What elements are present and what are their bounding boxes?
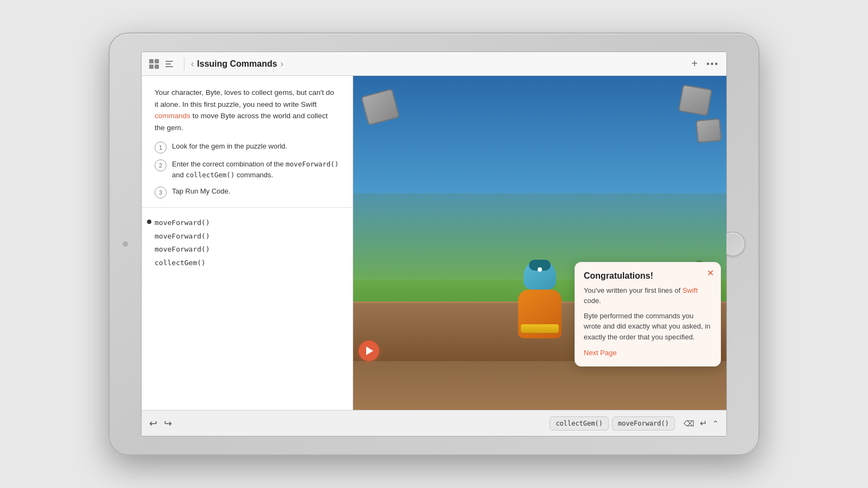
congrats-text-pre: You've written your first lines of (584, 286, 682, 294)
toolbar-navigation: ‹ Issuing Commands › (191, 59, 283, 69)
collect-gem-button[interactable]: collectGem() (550, 416, 609, 431)
left-panel: Your character, Byte, loves to collect g… (142, 76, 353, 410)
congratulations-popup: Congratulations! You've written your fir… (575, 262, 721, 367)
swift-commands-highlight: commands (155, 112, 190, 120)
content-area: Your character, Byte, loves to collect g… (142, 76, 726, 410)
nav-forward-button[interactable]: › (280, 59, 283, 69)
undo-redo-controls: ↩ ↪ (149, 418, 172, 429)
keyboard-controls: ⌫ ↵ ⌃ (684, 418, 719, 428)
steps-list: 1 Look for the gem in the puzzle world. … (155, 141, 340, 198)
game-scene: Congratulations! You've written your fir… (353, 76, 726, 410)
congrats-swift-word: Swift (682, 286, 698, 294)
char-belt (521, 324, 559, 333)
char-body (518, 290, 561, 338)
congrats-title: Congratulations! (584, 271, 712, 281)
step-item-2: 2 Enter the correct combination of the m… (155, 159, 340, 181)
bottom-toolbar: ↩ ↪ collectGem() moveForward() ⌫ ↵ ⌃ (142, 410, 726, 436)
char-visor (529, 260, 551, 271)
water-background (353, 76, 726, 193)
grid-view-icon[interactable] (149, 59, 159, 69)
undo-button[interactable]: ↩ (149, 418, 157, 429)
char-head (524, 260, 556, 290)
step-number-1: 1 (155, 142, 167, 153)
code-editor[interactable]: moveForward() moveForward() moveForward(… (142, 208, 353, 410)
instructions-body: Your character, Byte, loves to collect g… (155, 87, 340, 133)
instructions-section: Your character, Byte, loves to collect g… (142, 76, 353, 208)
code-line-4: collectGem() (155, 256, 340, 270)
keyword-buttons: collectGem() moveForward() (550, 416, 675, 431)
game-panel: Congratulations! You've written your fir… (353, 76, 726, 410)
congrats-text-post: code. (584, 297, 601, 305)
page-title: Issuing Commands (197, 59, 277, 69)
step-item-1: 1 Look for the gem in the puzzle world. (155, 141, 340, 153)
code-moveforward: moveForward() (286, 160, 339, 168)
list-view-icon[interactable] (165, 61, 173, 67)
code-bullet (147, 220, 151, 224)
toolbar: ‹ Issuing Commands › + ••• (142, 52, 726, 76)
step-number-3: 3 (155, 187, 167, 198)
return-key-button[interactable]: ↵ (700, 418, 707, 428)
next-page-link[interactable]: Next Page (584, 349, 617, 357)
congrats-line1: You've written your first lines of Swift… (584, 285, 712, 306)
step-text-2: Enter the correct combination of the mov… (172, 159, 340, 181)
code-line-2: moveForward() (155, 230, 340, 243)
ipad-screen: ‹ Issuing Commands › + ••• Your characte… (141, 52, 727, 436)
delete-key-button[interactable]: ⌫ (684, 419, 694, 428)
redo-button[interactable]: ↪ (164, 418, 172, 429)
code-line-3: moveForward() (155, 243, 340, 256)
keyboard-hide-button[interactable]: ⌃ (712, 419, 719, 428)
ipad-shell: ‹ Issuing Commands › + ••• Your characte… (108, 33, 760, 455)
add-button[interactable]: + (692, 57, 698, 70)
run-code-button[interactable] (359, 341, 379, 361)
play-icon (366, 346, 373, 355)
step-number-2: 2 (155, 159, 167, 171)
instructions-text-1: Your character, Byte, loves to collect g… (155, 88, 334, 108)
stone-tablet-3 (695, 118, 722, 143)
nav-back-button[interactable]: ‹ (191, 59, 194, 69)
step-text-3: Tap Run My Code. (172, 186, 231, 197)
code-line-1: moveForward() (155, 216, 340, 230)
stone-tablet-2 (678, 85, 712, 117)
camera-dot (123, 241, 128, 247)
congrats-close-button[interactable]: ✕ (707, 268, 714, 278)
toolbar-divider (184, 57, 184, 70)
step-item-3: 3 Tap Run My Code. (155, 186, 340, 198)
congrats-subtext: Byte performed the commands you wrote an… (584, 311, 712, 343)
more-options-button[interactable]: ••• (706, 59, 719, 69)
step-text-1: Look for the gem in the puzzle world. (172, 141, 287, 152)
character-byte (513, 258, 567, 334)
move-forward-button[interactable]: moveForward() (612, 416, 675, 431)
char-eye (538, 267, 542, 272)
code-collectgem: collectGem() (186, 171, 234, 179)
